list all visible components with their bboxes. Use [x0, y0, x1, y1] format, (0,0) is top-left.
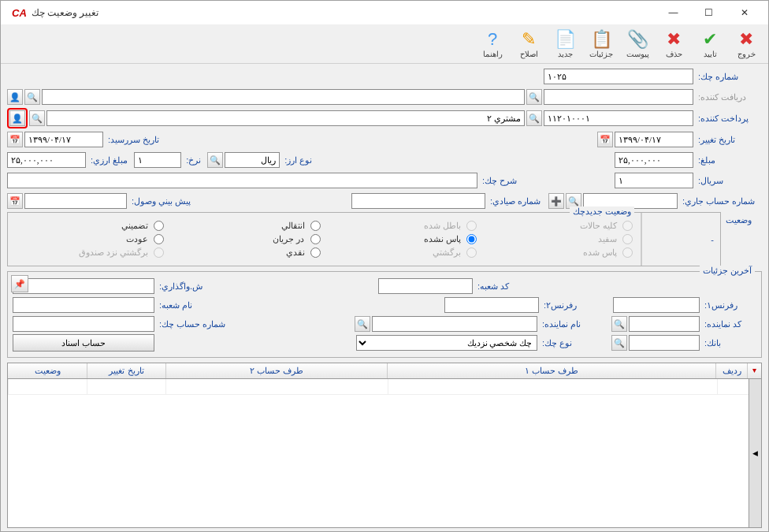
rate-label: نرخ:	[183, 155, 201, 166]
check-desc-label: شرح چك:	[479, 176, 517, 186]
close-button[interactable]: ✕	[726, 2, 762, 24]
status-void: باطل شده	[329, 221, 477, 231]
currency-amount-input[interactable]	[7, 152, 86, 168]
receiver-search-icon[interactable]: 🔍	[526, 89, 542, 105]
agent-code-label: كد نماينده:	[701, 319, 756, 329]
check-type-label: نوع چك:	[539, 338, 594, 348]
agent-name-label: نام نماينده:	[539, 319, 594, 329]
branch-code-label: كد شعبه:	[474, 281, 529, 292]
exit-button[interactable]: ✖خروج	[729, 26, 763, 61]
agent-name-input[interactable]	[372, 316, 537, 332]
attach-icon: 📎	[627, 29, 648, 50]
new-icon: 📄	[555, 29, 575, 50]
status-passed: پاس شده	[485, 247, 633, 258]
current-account-label: شماره حساب جاري:	[679, 196, 762, 206]
serial-input[interactable]	[615, 173, 693, 188]
details-icon: 📋	[591, 29, 611, 50]
pin-icon[interactable]: 📌	[11, 275, 28, 292]
payer-person-icon[interactable]: 👤	[9, 110, 25, 126]
status-transfer[interactable]: انتقالي	[172, 221, 320, 231]
agent-search-icon[interactable]: 🔍	[611, 316, 627, 332]
edit-button[interactable]: ✎اصلاح	[511, 26, 546, 61]
ref1-input[interactable]	[613, 297, 700, 313]
bank-input[interactable]	[629, 335, 700, 351]
status-current: -	[641, 213, 720, 266]
amount-input[interactable]	[615, 152, 693, 168]
due-date-input[interactable]	[24, 132, 103, 147]
exit-icon: ✖	[736, 29, 756, 50]
confirm-button[interactable]: ✔تاييد	[693, 26, 727, 61]
branch-name-input[interactable]	[13, 297, 154, 313]
currency-type-input[interactable]	[225, 152, 280, 168]
history-table: ▾ رديف طرف حساب ١ طرف حساب ٢ تاريخ تغيير…	[7, 363, 762, 528]
status-in-progress[interactable]: در جريان	[172, 234, 320, 244]
filter-icon[interactable]: ▾	[747, 363, 761, 378]
receiver-person-icon[interactable]: 👤	[7, 89, 23, 105]
last-details-label: آخرين جزئيات	[700, 266, 755, 276]
branch-name-label: نام شعبه:	[156, 300, 192, 311]
payer-code-input[interactable]	[544, 110, 693, 126]
attach-button[interactable]: 📎پيوست	[620, 26, 655, 61]
deposit-no-input[interactable]	[13, 278, 154, 294]
forecast-input[interactable]	[24, 193, 127, 209]
status-cash[interactable]: نقدي	[172, 247, 320, 258]
last-details-section: آخرين جزئيات 📌 كد شعبه: ش.واگذاري: رفرنس…	[7, 271, 762, 358]
check-number-input[interactable]	[544, 69, 693, 84]
agent-name-search-icon[interactable]: 🔍	[355, 316, 370, 332]
col-status: وضعيت	[8, 363, 87, 378]
payer-label: پرداخت كننده:	[695, 113, 762, 124]
receiver-name-input[interactable]	[42, 89, 525, 105]
col-change-date: تاريخ تغيير	[87, 363, 165, 378]
ref1-label: رفرنس١:	[701, 300, 756, 311]
help-button[interactable]: ?راهنما	[475, 26, 510, 61]
table-body	[8, 379, 749, 527]
highlighted-payer-person: 👤	[7, 108, 28, 128]
change-date-cal-icon[interactable]: 📅	[597, 132, 613, 147]
change-date-input[interactable]	[615, 132, 693, 147]
table-row[interactable]	[8, 379, 749, 395]
agent-code-input[interactable]	[629, 316, 700, 332]
sayadi-label: شماره صيادي:	[487, 196, 541, 206]
branch-code-input[interactable]	[378, 278, 473, 294]
check-type-select[interactable]: چك شخصي نزديك	[356, 335, 537, 351]
sayadi-input[interactable]	[351, 193, 485, 209]
bank-search-icon[interactable]: 🔍	[611, 335, 627, 351]
delete-button[interactable]: ✖حذف	[656, 26, 691, 61]
status-bounced-fund: برگشتي نزد صندوق	[16, 247, 164, 258]
check-number-label: شماره چك:	[695, 72, 762, 82]
confirm-icon: ✔	[700, 29, 720, 50]
table-scroll-left[interactable]: ◀	[749, 379, 761, 527]
status-returned[interactable]: عودت	[16, 234, 164, 244]
app-icon: CA	[12, 7, 27, 19]
check-account-input[interactable]	[13, 316, 154, 332]
payer-name-input[interactable]	[46, 110, 525, 126]
currency-type-label: نوع ارز:	[281, 155, 312, 166]
currency-search-icon[interactable]: 🔍	[207, 152, 223, 168]
status-bounced: برگشتي	[329, 247, 477, 258]
col-side2: طرف حساب ٢	[165, 363, 387, 378]
due-date-cal-icon[interactable]: 📅	[7, 132, 23, 147]
status-guarantee[interactable]: تضميني	[16, 221, 164, 231]
ref2-input[interactable]	[444, 297, 539, 313]
payer-search-icon[interactable]: 🔍	[526, 110, 542, 126]
delete-icon: ✖	[663, 29, 684, 50]
payer-search2-icon[interactable]: 🔍	[29, 110, 45, 126]
docs-account-button[interactable]: حساب اسناد	[13, 334, 154, 352]
maximize-button[interactable]: ☐	[691, 2, 726, 24]
ref2-label: رفرنس٢:	[541, 300, 596, 311]
col-side1: طرف حساب ١	[387, 363, 715, 378]
forecast-cal-icon[interactable]: 📅	[7, 193, 23, 209]
status-not-passed[interactable]: پاس نشده	[329, 234, 477, 244]
currency-amount-label: مبلغ ارزي:	[87, 155, 128, 166]
check-account-label: شماره حساب چك:	[156, 319, 225, 329]
rate-input[interactable]	[134, 152, 181, 168]
account-add-icon[interactable]: ➕	[548, 193, 564, 209]
minimize-button[interactable]: —	[656, 2, 691, 24]
new-button[interactable]: 📄جديد	[548, 26, 582, 61]
receiver-search2-icon[interactable]: 🔍	[24, 89, 40, 105]
details-button[interactable]: 📋جزئيات	[584, 26, 619, 61]
status-all: كليه حالات	[485, 221, 633, 231]
amount-label: مبلغ:	[695, 155, 762, 166]
check-desc-input[interactable]	[7, 173, 477, 188]
receiver-code-input[interactable]	[544, 89, 693, 105]
